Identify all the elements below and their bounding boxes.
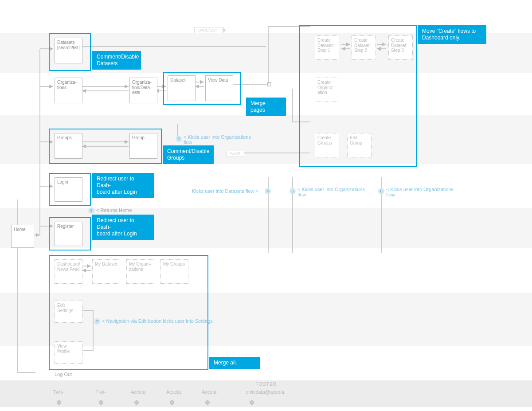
footer-link-2: Accela xyxy=(131,389,145,395)
diagram-canvas: Home Datasets [search/list] Comment/Disa… xyxy=(0,0,532,411)
node-label: Create Organiz- ation xyxy=(317,80,334,95)
node-my-orgs: My Organi- zations xyxy=(126,259,154,284)
note-comment-groups: Comment/Disable Groups xyxy=(163,145,214,164)
num-7: 7 xyxy=(94,318,100,325)
node-my-dataset: My Dataset xyxy=(92,259,120,284)
footer-link-1: Piwi- xyxy=(95,389,106,395)
node-label: Register xyxy=(57,224,74,229)
label-log-out: Log Out xyxy=(55,372,72,377)
node-label: Groups xyxy=(57,135,72,140)
num-3: 3 xyxy=(176,136,182,142)
node-label: Dataset xyxy=(170,78,185,82)
node-label: My Groups xyxy=(163,262,185,266)
annot-nav-settings: < Navigation via Edit button kicks user … xyxy=(102,318,226,324)
footer-dot-icon xyxy=(99,400,103,405)
node-dataset: Dataset xyxy=(168,75,196,101)
node-label: Edit Group xyxy=(350,135,362,145)
note-merge-pages: Merge pages xyxy=(246,98,286,116)
node-label: Group xyxy=(132,135,145,140)
node-label: Create Groups xyxy=(317,135,332,145)
tag-save-quit: SAVE/QUIT xyxy=(194,27,223,33)
node-edit-group: Edit Group xyxy=(347,133,372,157)
footer-title: FOOTER xyxy=(0,382,532,387)
num-5: 5 xyxy=(289,188,296,194)
footer: FOOTER Twit- Piwi- Accela Accela Accela.… xyxy=(0,380,532,407)
node-login: Login xyxy=(55,177,82,202)
note-redirect-2: Redirect user to Dash- board after Login xyxy=(92,215,154,240)
note-comment-datasets: Comment/Disable Datasets xyxy=(92,51,141,70)
node-view-profile: View Profile xyxy=(55,341,82,364)
node-register: Register xyxy=(55,222,82,246)
node-create-ds1: Create Dataset: Step 1 xyxy=(315,35,339,60)
node-dashboard: Dashboard/ News Feed xyxy=(55,259,82,284)
footer-link-5: civicdata@accela. xyxy=(246,389,286,395)
note-move-create: Move "Create" flows to Dashboard only. xyxy=(418,25,486,44)
svg-rect-0 xyxy=(267,82,271,86)
node-label: Datasets [search/list] xyxy=(57,40,80,50)
node-label: My Dataset xyxy=(95,262,117,266)
note-redirect-1: Redirect user to Dash- board after Login xyxy=(92,173,154,198)
num-4: 4 xyxy=(265,188,271,194)
node-my-groups: My Groups xyxy=(160,259,188,284)
footer-dot-icon xyxy=(57,400,61,405)
node-create-groups: Create Groups xyxy=(315,133,339,157)
node-label: Edit Settings xyxy=(57,303,73,313)
annot-kicks-org-1: < Kicks user into Organizations flow xyxy=(184,134,254,145)
node-create-ds2: Create Dataset: Step 2 xyxy=(352,35,376,60)
node-label: Login xyxy=(57,180,68,184)
node-label: View Data xyxy=(208,78,228,82)
node-view-data: View Data xyxy=(205,75,233,101)
note-merge-all: Merge all. xyxy=(209,357,260,369)
footer-dot-icon xyxy=(205,400,210,405)
footer-dot-icon xyxy=(134,400,139,405)
node-home: Home xyxy=(11,225,34,248)
node-label: Create Dataset: Step 2 xyxy=(354,38,371,53)
node-label: Create Dataset: Step 3 xyxy=(391,38,407,53)
tag-save: SAVE xyxy=(226,151,244,157)
node-group: Group xyxy=(129,133,157,159)
node-label: My Organi- zations xyxy=(129,262,151,272)
node-label: Organiza- tions xyxy=(57,80,77,90)
node-label: Home xyxy=(14,227,26,232)
footer-link-0: Twit- xyxy=(53,389,63,395)
footer-link-3: Accela xyxy=(166,389,181,395)
node-label: Organiza- tion/Data- sets xyxy=(132,80,152,95)
node-label: View Profile xyxy=(57,344,70,354)
node-create-ds3: Create Dataset: Step 3 xyxy=(388,35,413,60)
node-label: Dashboard/ News Feed xyxy=(57,262,80,272)
node-organizations: Organiza- tions xyxy=(55,78,82,103)
footer-link-4: Accela. xyxy=(202,389,218,395)
node-label: Create Dataset: Step 1 xyxy=(317,38,334,53)
annot-kicks-org-3: < Kicks user into Organizations flow xyxy=(386,187,459,197)
footer-dot-icon xyxy=(170,400,174,405)
node-create-org: Create Organiz- ation xyxy=(315,78,339,102)
num-2: 2 xyxy=(88,207,94,214)
node-groups: Groups xyxy=(55,133,82,159)
annot-returns-home: < Returns Home xyxy=(96,207,132,213)
node-org-datasets: Organiza- tion/Data- sets xyxy=(129,78,157,103)
annot-kicks-ds: Kicks user into Datasets flow > xyxy=(185,188,258,194)
num-6: 6 xyxy=(378,188,384,194)
node-edit-settings: Edit Settings xyxy=(55,301,82,323)
footer-dot-icon xyxy=(250,400,254,405)
annot-kicks-org-2: < Kicks user into Organizations flow xyxy=(297,187,371,197)
node-datasets: Datasets [search/list] xyxy=(55,38,82,63)
